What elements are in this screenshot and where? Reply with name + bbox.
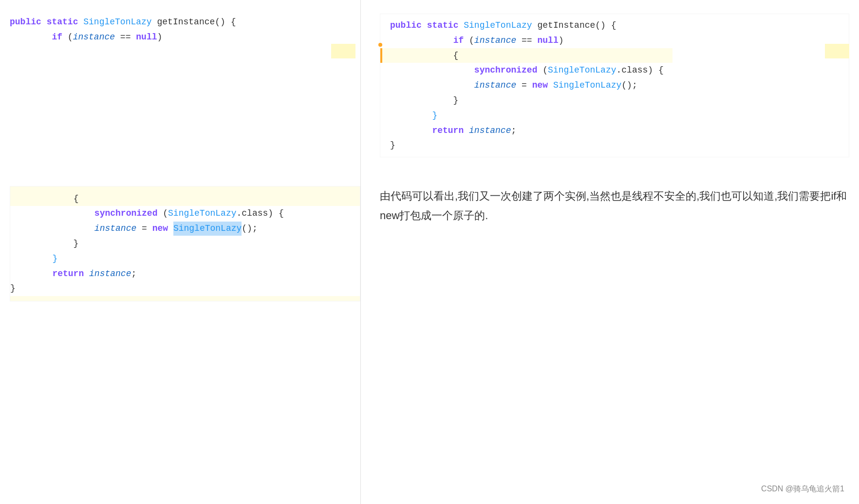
code-line: if ( instance == null ) <box>10 30 360 45</box>
code-line-inner-close: } <box>380 93 849 108</box>
code-line-return: return instance ; <box>10 266 360 281</box>
class-name-singleton: SingleTonLazy <box>168 206 236 221</box>
var-instance-return: instance <box>89 267 131 281</box>
right-top-code-block: public static SingleTonLazy getInstance(… <box>380 14 849 157</box>
keyword-null: null <box>136 30 157 44</box>
code-line-end-brace: } <box>10 281 360 296</box>
var-instance: instance <box>94 222 136 236</box>
decoration-box-left <box>331 44 355 58</box>
left-code-panel: public static SingleTonLazy getInstance(… <box>0 0 360 504</box>
right-panel: public static SingleTonLazy getInstance(… <box>360 0 859 504</box>
left-top-code-block: public static SingleTonLazy getInstance(… <box>10 10 360 50</box>
keyword-public: public <box>10 15 41 29</box>
keyword-new: new <box>152 222 168 236</box>
code-line-if: if ( instance == null ) <box>380 33 849 48</box>
code-line-brace-highlighted: { <box>380 48 672 63</box>
keyword-if: if <box>52 30 62 44</box>
left-border-marker <box>380 48 382 63</box>
code-line: instance = new SingleTonLazy (); <box>10 221 360 236</box>
class-name-singletonly: SingleTonLazy <box>83 15 151 29</box>
code-line-brace: { <box>10 191 360 206</box>
code-line: synchronized ( SingleTonLazy .class) { <box>10 206 360 221</box>
watermark: CSDN @骑乌龟追火箭1 <box>761 484 844 494</box>
code-line-closing-brace: } <box>10 251 360 266</box>
code-line-instance-new: instance = new SingleTonLazy (); <box>380 78 849 93</box>
code-line-outer-close-blue: } <box>380 108 849 123</box>
code-line-sync: synchronized ( SingleTonLazy .class) { <box>380 63 849 78</box>
keyword-static: static <box>47 15 78 29</box>
decoration-box-right <box>825 44 849 58</box>
code-line: } <box>10 236 360 251</box>
keyword-return: return <box>10 267 84 281</box>
code-line-final-close: } <box>380 138 849 153</box>
code-line: public static SingleTonLazy getInstance(… <box>380 18 849 33</box>
dot-marker <box>378 43 382 47</box>
description-text: 由代码可以看出,我们又一次创建了两个实例,当然也是线程不安全的,我们也可以知道,… <box>380 187 849 225</box>
keyword-synchronized: synchronized <box>94 206 158 221</box>
var-instance: instance <box>73 30 115 44</box>
left-bottom-code-block: { synchronized ( SingleTonLazy .class) {… <box>10 186 360 302</box>
code-line: public static SingleTonLazy getInstance(… <box>10 15 360 30</box>
code-line-return-right: return instance ; <box>380 123 849 138</box>
description-paragraph: 由代码可以看出,我们又一次创建了两个实例,当然也是线程不安全的,我们也可以知道,… <box>380 187 849 225</box>
